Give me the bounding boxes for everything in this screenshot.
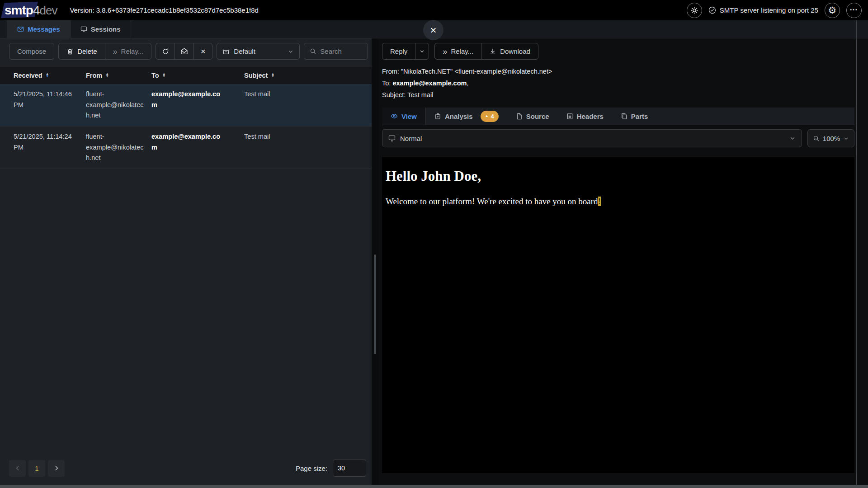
cell-to: example@example.com	[151, 89, 244, 121]
page-number-button[interactable]: 1	[28, 460, 45, 477]
refresh-button[interactable]	[156, 43, 175, 60]
search-input[interactable]	[320, 47, 362, 55]
copy-icon	[621, 113, 627, 120]
column-header-from-label: From	[86, 72, 102, 79]
tab-sessions[interactable]: Sessions	[71, 20, 131, 38]
mark-read-button[interactable]	[175, 43, 193, 60]
list-icon	[566, 113, 573, 120]
refresh-icon	[162, 48, 169, 55]
top-bar: smtp 4 dev Version: 3.8.6+6373fe271cecad…	[0, 0, 868, 20]
email-body-highlight: !	[598, 197, 601, 206]
to-label: To:	[382, 80, 391, 87]
logo-text-smtp: smtp	[5, 3, 33, 18]
tab-messages-label: Messages	[28, 25, 60, 33]
server-status-text: SMTP server listening on port 25	[720, 6, 818, 14]
page-size-control: Page size:	[296, 460, 366, 477]
tab-parts-label: Parts	[631, 113, 648, 120]
tab-headers[interactable]: Headers	[558, 108, 612, 125]
meta-subject-line: Subject: Test mail	[382, 89, 854, 101]
more-menu-button[interactable]: •••	[846, 3, 862, 18]
download-button-label: Download	[500, 47, 530, 55]
table-row[interactable]: 5/21/2025, 11:14:46 PM fluent-example@ni…	[0, 84, 372, 127]
previous-page-button[interactable]	[9, 460, 26, 477]
meta-to-line: To: example@example.com,	[382, 77, 854, 89]
detail-tab-bar: View Analysis ▲ 4	[382, 108, 854, 125]
delete-button-label: Delete	[77, 47, 97, 55]
logo-text-dev: dev	[39, 4, 57, 18]
table-row[interactable]: 5/21/2025, 11:14:24 PM fluent-example@ni…	[0, 127, 372, 169]
warning-triangle-icon: ▲	[485, 114, 489, 118]
sun-icon	[690, 6, 698, 14]
relay-message-button[interactable]: » Relay...	[434, 43, 481, 60]
display-mode-select[interactable]: Normal	[382, 129, 802, 147]
window-bottom-edge	[0, 485, 868, 488]
relay-message-button-label: Relay...	[451, 47, 473, 55]
to-value: example@example.com	[392, 80, 467, 87]
close-detail-button[interactable]: ×	[423, 20, 443, 40]
server-status: SMTP server listening on port 25	[708, 6, 818, 14]
sort-icon-subject: ▲▼	[271, 73, 274, 78]
message-detail-panel: Reply » Relay...	[379, 38, 868, 485]
app-logo: smtp 4 dev	[5, 3, 57, 18]
message-list-panel: Compose Delete » Relay...	[0, 38, 372, 485]
reply-split-button: Reply	[382, 43, 429, 60]
tab-analysis-label: Analysis	[445, 113, 473, 120]
relay-button[interactable]: » Relay...	[105, 43, 152, 60]
mailbox-select[interactable]: Default	[217, 43, 300, 60]
close-icon: ×	[430, 24, 436, 37]
reply-button[interactable]: Reply	[382, 43, 415, 60]
tab-parts[interactable]: Parts	[612, 108, 657, 125]
mailbox-select-value: Default	[234, 47, 255, 55]
clear-button[interactable]: ×	[193, 43, 212, 60]
reply-dropdown-button[interactable]	[415, 43, 429, 60]
scrollbar-thumb[interactable]	[374, 254, 376, 354]
chevron-down-icon	[843, 136, 849, 141]
tab-sessions-label: Sessions	[91, 25, 121, 33]
tab-analysis[interactable]: Analysis ▲ 4	[426, 108, 507, 125]
chevron-left-icon	[14, 465, 21, 471]
chevron-down-icon	[419, 48, 425, 54]
tab-source[interactable]: Source	[507, 108, 558, 125]
view-controls: Normal 100%	[382, 129, 854, 147]
tab-messages[interactable]: Messages	[7, 20, 71, 38]
column-header-subject[interactable]: Subject ▲▼	[244, 72, 372, 79]
display-mode-value: Normal	[400, 135, 422, 142]
from-value: "NikolaTech.NET" <fluent-example@nikolat…	[401, 68, 552, 75]
page-size-input[interactable]	[333, 460, 366, 477]
subject-label: Subject:	[382, 91, 406, 99]
tab-view[interactable]: View	[382, 108, 426, 125]
download-icon	[489, 48, 496, 55]
cell-received: 5/21/2025, 11:14:24 PM	[0, 131, 86, 164]
settings-button[interactable]: ⚙	[825, 3, 840, 18]
email-body-text: Welcome to our platform! We're excited t…	[386, 197, 598, 206]
theme-toggle-button[interactable]	[687, 3, 702, 18]
column-header-from[interactable]: From ▲▼	[86, 72, 151, 79]
window-right-edge	[856, 20, 857, 485]
page-size-label: Page size:	[296, 465, 327, 472]
column-header-received-label: Received	[14, 72, 42, 79]
download-button[interactable]: Download	[481, 43, 538, 60]
column-header-to[interactable]: To ▲▼	[151, 72, 244, 79]
panel-splitter[interactable]	[372, 38, 379, 485]
envelope-icon	[17, 26, 24, 33]
cell-from: fluent-example@nikolatech.net	[86, 89, 151, 121]
column-header-received[interactable]: Received ▲▼	[0, 72, 86, 79]
compose-button[interactable]: Compose	[9, 43, 54, 60]
sort-icon-received: ▲▼	[46, 73, 49, 78]
delete-button[interactable]: Delete	[58, 43, 104, 60]
meta-from-line: From: "NikolaTech.NET" <fluent-example@n…	[382, 66, 854, 77]
relay-button-label: Relay...	[121, 47, 144, 55]
sort-icon-from: ▲▼	[105, 73, 109, 78]
tab-headers-label: Headers	[577, 113, 604, 120]
chevron-down-icon	[288, 48, 294, 55]
zoom-level-value: 100%	[823, 135, 840, 142]
logo-text-4: 4	[33, 3, 40, 18]
column-header-to-label: To	[151, 72, 159, 79]
zoom-level-select[interactable]: 100%	[807, 129, 854, 147]
tab-view-label: View	[401, 113, 417, 120]
next-page-button[interactable]	[48, 460, 65, 477]
chevron-right-icon	[53, 465, 60, 471]
cell-received: 5/21/2025, 11:14:46 PM	[0, 89, 86, 121]
search-box	[304, 43, 368, 60]
eye-icon	[391, 113, 398, 120]
